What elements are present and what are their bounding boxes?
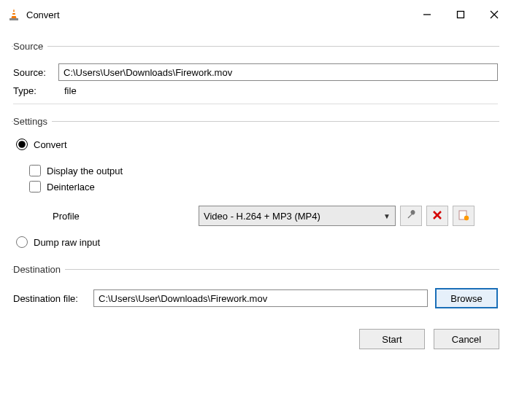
svg-point-11 xyxy=(464,215,469,219)
cancel-button-label: Cancel xyxy=(452,334,481,345)
wrench-icon xyxy=(405,209,417,223)
edit-profile-button[interactable] xyxy=(400,206,422,226)
type-label: Type: xyxy=(13,85,58,96)
source-label: Source: xyxy=(13,67,58,78)
convert-options: Display the output Deinterlace Profile V… xyxy=(26,155,498,226)
display-output-label: Display the output xyxy=(47,166,123,176)
profile-label: Profile xyxy=(53,211,199,222)
display-output-row[interactable]: Display the output xyxy=(29,165,498,176)
dialog-content: Source Source: Type: file Settings Conve… xyxy=(0,29,511,358)
profile-select-value: Video - H.264 + MP3 (MP4) xyxy=(204,211,320,222)
svg-rect-1 xyxy=(12,12,15,13)
type-value: file xyxy=(64,85,77,96)
convert-radio[interactable] xyxy=(16,139,28,150)
titlebar: Convert xyxy=(0,0,511,29)
divider xyxy=(13,104,498,104)
source-group: Source Source: Type: file xyxy=(12,41,499,109)
start-button[interactable]: Start xyxy=(359,329,425,349)
settings-group: Settings Convert Display the output Dein… xyxy=(12,116,499,257)
maximize-button[interactable] xyxy=(444,0,477,29)
convert-radio-row[interactable]: Convert xyxy=(16,139,498,150)
delete-icon xyxy=(432,210,442,222)
vlc-cone-icon xyxy=(7,8,20,21)
dump-raw-radio-row[interactable]: Dump raw input xyxy=(16,236,498,248)
window-title: Convert xyxy=(26,9,410,20)
deinterlace-row[interactable]: Deinterlace xyxy=(29,181,498,192)
cancel-button[interactable]: Cancel xyxy=(434,329,499,349)
svg-rect-2 xyxy=(12,15,16,16)
new-profile-icon xyxy=(458,209,469,223)
profile-select[interactable]: Video - H.264 + MP3 (MP4) ▼ xyxy=(199,206,396,226)
delete-profile-button[interactable] xyxy=(426,206,448,226)
chevron-down-icon: ▼ xyxy=(383,212,391,220)
destination-input[interactable] xyxy=(93,289,428,307)
minimize-button[interactable] xyxy=(410,0,444,29)
destination-legend: Destination xyxy=(13,264,65,275)
source-input[interactable] xyxy=(58,63,498,81)
settings-legend: Settings xyxy=(13,116,52,127)
start-button-label: Start xyxy=(382,334,402,345)
svg-rect-3 xyxy=(9,18,18,20)
convert-radio-label: Convert xyxy=(34,139,67,150)
svg-marker-0 xyxy=(12,9,17,18)
source-legend: Source xyxy=(13,41,47,52)
dump-raw-label: Dump raw input xyxy=(34,237,100,248)
deinterlace-checkbox[interactable] xyxy=(29,181,41,192)
svg-rect-5 xyxy=(458,12,464,18)
close-button[interactable] xyxy=(477,0,511,29)
window-controls xyxy=(410,0,511,29)
browse-button-label: Browse xyxy=(450,293,482,304)
new-profile-button[interactable] xyxy=(453,206,474,226)
profile-row: Profile Video - H.264 + MP3 (MP4) ▼ xyxy=(53,206,498,226)
deinterlace-label: Deinterlace xyxy=(47,182,95,192)
destination-label: Destination file: xyxy=(13,293,93,304)
destination-group: Destination Destination file: Browse xyxy=(12,264,499,316)
dialog-button-bar: Start Cancel xyxy=(12,329,499,349)
display-output-checkbox[interactable] xyxy=(29,165,41,176)
dump-raw-radio[interactable] xyxy=(16,236,28,248)
browse-button[interactable]: Browse xyxy=(435,288,498,308)
